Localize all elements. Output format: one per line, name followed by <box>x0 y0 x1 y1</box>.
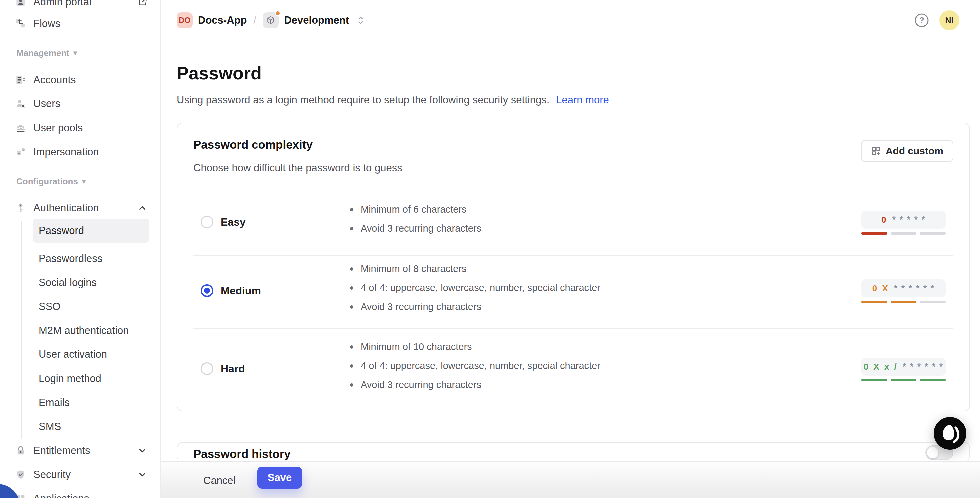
complexity-option-medium: Medium Minimum of 8 characters 4 of 4: u… <box>193 255 953 329</box>
radio-button[interactable] <box>200 362 213 375</box>
bullet-dot <box>350 383 353 387</box>
bullet-dot <box>350 345 353 348</box>
shield-check-icon <box>15 469 27 480</box>
main-content: Password Using password as a login metho… <box>161 41 980 498</box>
sidebar-item-emails[interactable]: Emails <box>33 391 150 415</box>
egg-icon <box>934 417 966 450</box>
frontegg-fab-button[interactable] <box>934 417 966 450</box>
sidebar-item-user-pools[interactable]: User pools <box>0 116 161 140</box>
complexity-option-hard: Hard Minimum of 10 characters 4 of 4: up… <box>193 329 953 399</box>
sidebar-item-authentication[interactable]: Authentication <box>0 196 161 220</box>
sidebar-item-label: Security <box>33 469 71 480</box>
sidebar-item-accounts[interactable]: Accounts <box>0 68 161 92</box>
strength-meter <box>861 379 946 381</box>
sidebar-item-label: Applications <box>33 493 89 498</box>
svg-text:?: ? <box>920 16 924 25</box>
strength-meter <box>861 301 946 303</box>
sidebar-item-applications[interactable]: Applications <box>0 487 161 498</box>
bullet-dot <box>350 364 353 368</box>
cancel-button[interactable]: Cancel <box>203 471 235 490</box>
breadcrumb-app-name[interactable]: Docs-App <box>198 14 247 26</box>
radio-button[interactable] <box>200 216 213 228</box>
management-section-label[interactable]: Management ▾ <box>16 46 77 60</box>
environment-icon <box>262 12 278 28</box>
requirement-item: 4 of 4: uppercase, lowercase, number, sp… <box>350 356 600 375</box>
bullet-dot <box>350 286 353 290</box>
requirement-item: Avoid 3 recurring characters <box>350 298 600 316</box>
add-custom-label: Add custom <box>886 145 943 157</box>
masks-icon <box>15 146 27 158</box>
password-sample-box: 0 X* * * * * * <box>861 279 946 298</box>
add-custom-button[interactable]: Add custom <box>861 140 953 162</box>
sidebar-item-social-logins[interactable]: Social logins <box>33 270 150 295</box>
card-subtitle: Choose how difficult the password is to … <box>193 162 402 174</box>
sidebar-item-label: Admin portal <box>33 0 91 8</box>
breadcrumb-environment[interactable]: Development <box>284 14 349 26</box>
sidebar-item-flows[interactable]: Flows <box>0 12 161 36</box>
user-gear-icon <box>15 98 27 110</box>
sidebar-item-impersonation[interactable]: Impersonation <box>0 140 161 164</box>
help-icon[interactable]: ? <box>914 13 929 28</box>
sidebar-item-label: Impersonation <box>33 146 99 158</box>
option-label: Hard <box>221 363 245 375</box>
card-title: Password history <box>193 447 291 461</box>
requirement-item: Avoid 3 recurring characters <box>350 375 600 395</box>
sidebar-item-security[interactable]: Security <box>0 463 161 487</box>
environment-switcher-icon[interactable] <box>356 15 365 26</box>
sidebar-item-m2m-authentication[interactable]: M2M authentication <box>33 319 150 343</box>
radio-button[interactable] <box>200 284 213 297</box>
requirement-item: Minimum of 6 characters <box>350 200 481 219</box>
sidebar-item-password[interactable]: Password <box>33 219 150 243</box>
grid-plus-icon <box>871 146 881 156</box>
sidebar-item-entitlements[interactable]: Entitlements <box>0 439 161 463</box>
accounts-icon <box>15 74 27 86</box>
section-label-text: Configurations <box>16 176 78 187</box>
password-complexity-card: Password complexity Choose how difficult… <box>177 123 970 411</box>
option-label: Medium <box>221 285 261 297</box>
sidebar-item-login-method[interactable]: Login method <box>33 367 150 391</box>
users-group-icon <box>15 122 27 134</box>
chevron-up-icon <box>137 203 147 213</box>
lock-icon <box>15 445 27 457</box>
sidebar-item-label: Entitlements <box>33 445 90 457</box>
medium-radio-option[interactable]: Medium <box>200 284 261 298</box>
hard-radio-option[interactable]: Hard <box>200 362 245 375</box>
sidebar-item-users[interactable]: Users <box>0 92 161 116</box>
bullet-dot <box>350 305 353 309</box>
chevron-down-icon: ▾ <box>73 49 77 57</box>
external-link-icon <box>137 0 147 7</box>
card-title: Password complexity <box>193 138 313 151</box>
sidebar-item-passwordless[interactable]: Passwordless <box>33 247 150 270</box>
password-sample-box: 0 X x /* * * * * * <box>861 358 946 375</box>
easy-radio-option[interactable]: Easy <box>200 215 246 229</box>
sidebar-item-label: Users <box>33 98 60 110</box>
sidebar-item-label: Accounts <box>33 74 76 86</box>
environment-status-dot <box>275 10 281 16</box>
app-badge[interactable]: DO <box>177 12 192 28</box>
bullet-dot <box>350 267 353 270</box>
chevron-down-icon: ▾ <box>82 178 86 185</box>
password-sample-box: 0* * * * * <box>861 211 946 229</box>
complexity-option-easy: Easy Minimum of 6 characters Avoid 3 rec… <box>193 189 953 255</box>
sidebar-item-user-activation[interactable]: User activation <box>33 342 150 366</box>
chevron-down-icon <box>137 445 147 456</box>
flows-icon <box>15 18 27 30</box>
learn-more-link[interactable]: Learn more <box>556 94 609 106</box>
option-label: Easy <box>221 216 246 228</box>
sidebar: Admin portal Flows Management ▾ Accounts… <box>0 0 161 498</box>
breadcrumb: DO Docs-App / Development <box>177 0 365 41</box>
page-description: Using password as a login method require… <box>177 94 549 106</box>
sidebar-item-sso[interactable]: SSO <box>33 295 150 319</box>
bullet-dot <box>350 208 353 211</box>
strength-meter <box>861 232 946 235</box>
page-title: Password <box>177 63 262 83</box>
breadcrumb-separator: / <box>253 15 256 26</box>
sidebar-item-sms[interactable]: SMS <box>33 415 150 439</box>
topbar: DO Docs-App / Development ? NI <box>161 0 980 41</box>
password-history-card: Password history <box>177 442 970 462</box>
section-label-text: Management <box>16 48 69 58</box>
save-button[interactable]: Save <box>257 467 302 488</box>
key-icon <box>15 202 27 214</box>
avatar[interactable]: NI <box>939 10 959 30</box>
configurations-section-label[interactable]: Configurations ▾ <box>16 175 86 188</box>
